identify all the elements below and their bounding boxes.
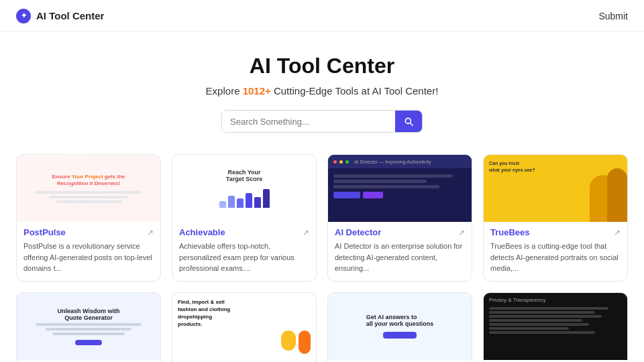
card-title-postpulse: PostPulse xyxy=(23,227,66,237)
card-description-achievable: Achievable offers top-notch, personalize… xyxy=(179,241,309,274)
submit-button[interactable]: Submit xyxy=(598,11,628,21)
hero-section: AI Tool Center Explore 1012+ Cutting-Edg… xyxy=(0,32,644,149)
search-button[interactable] xyxy=(395,111,422,132)
card-findr[interactable]: Get AI answers toall your work questions… xyxy=(327,292,472,363)
card-title-row-aidetector: AI Detector ↗ xyxy=(335,227,465,237)
page-title: AI Tool Center xyxy=(11,54,633,78)
card-body-achievable: Achievable ↗ Achievable offers top-notch… xyxy=(172,222,316,281)
card-body-truebees: TrueBees ↗ TrueBees is a cutting-edge to… xyxy=(484,222,627,281)
card-truebees[interactable]: Can you trustwhat your eyes see? TrueBee… xyxy=(483,154,628,282)
external-link-icon-postpulse[interactable]: ↗ xyxy=(147,228,154,237)
card-postpulse[interactable]: Ensure Your Project gets theRecognition … xyxy=(16,154,161,282)
cards-section: Ensure Your Project gets theRecognition … xyxy=(0,149,644,362)
search-input[interactable] xyxy=(222,111,395,132)
card-description-aidetector: AI Detector is an enterprise solution fo… xyxy=(335,241,465,274)
card-thumb-postpulse: Ensure Your Project gets theRecognition … xyxy=(17,155,160,222)
external-link-icon-truebees[interactable]: ↗ xyxy=(614,228,621,237)
card-thumb-quotegenai: Unleash Wisdom withQuote Generator xyxy=(17,293,160,360)
card-body-quotegenai: QuoteGenAI ↗ QuoteGenAI is a revolutiona… xyxy=(17,360,160,363)
card-thumb-achievable: Reach YourTarget Score xyxy=(172,155,316,222)
card-title-achievable: Achievable xyxy=(179,227,225,237)
card-aidetector[interactable]: AI Detector — Improving Authenticity AI … xyxy=(327,154,472,282)
card-achievable[interactable]: Reach YourTarget Score Achievable ↗ Achi… xyxy=(172,154,317,282)
subtitle-suffix: Cutting-Edge Tools at AI Tool Center! xyxy=(271,85,439,97)
cards-grid: Ensure Your Project gets theRecognition … xyxy=(16,154,628,362)
external-link-icon-aidetector[interactable]: ↗ xyxy=(458,228,465,237)
card-body-findr: Findr ↗ Findr is an AI assistant and ent… xyxy=(328,360,472,363)
tool-count: 1012+ xyxy=(243,85,271,97)
card-body-aidetector: AI Detector ↗ AI Detector is an enterpri… xyxy=(328,222,472,281)
card-description-postpulse: PostPulse is a revolutionary service off… xyxy=(23,241,154,274)
card-body-postpulse: PostPulse ↗ PostPulse is a revolutionary… xyxy=(17,222,160,281)
card-thumb-truebees: Can you trustwhat your eyes see? xyxy=(484,155,627,222)
search-icon xyxy=(403,116,414,127)
card-thumb-findr: Get AI answers toall your work questions xyxy=(328,293,472,360)
card-title-truebees: TrueBees xyxy=(490,227,530,237)
external-link-icon-achievable[interactable]: ↗ xyxy=(303,228,309,237)
card-quotegenai[interactable]: Unleash Wisdom withQuote Generator Quote… xyxy=(16,292,161,363)
card-title-aidetector: AI Detector xyxy=(335,227,381,237)
card-title-row-postpulse: PostPulse ↗ xyxy=(23,227,154,237)
logo[interactable]: ✦ AI Tool Center xyxy=(16,9,104,23)
navbar: ✦ AI Tool Center Submit xyxy=(0,0,644,32)
card-title-row-achievable: Achievable ↗ xyxy=(179,227,309,237)
hero-subtitle: Explore 1012+ Cutting-Edge Tools at AI T… xyxy=(11,85,633,97)
card-zelogicshirt[interactable]: Find, import & sellfashion and clothingd… xyxy=(172,292,317,363)
card-description-truebees: TrueBees is a cutting-edge tool that det… xyxy=(490,241,621,274)
subtitle-prefix: Explore xyxy=(206,85,243,97)
card-poemgenerator[interactable]: Privacy & Transparency PoemGenerator.io … xyxy=(483,292,628,363)
search-bar xyxy=(221,110,423,133)
card-body-zelogicshirt: Zelogic Shirt ↗ Zelogic Shirt offers tre… xyxy=(172,360,316,363)
logo-icon: ✦ xyxy=(16,9,31,23)
card-body-poemgenerator: PoemGenerator.io ↗ PoemGenerator.io is a… xyxy=(484,360,627,363)
logo-text: AI Tool Center xyxy=(36,10,104,21)
card-thumb-poemgenerator: Privacy & Transparency xyxy=(484,293,627,360)
card-thumb-aidetector: AI Detector — Improving Authenticity xyxy=(328,155,472,222)
card-title-row-truebees: TrueBees ↗ xyxy=(490,227,621,237)
card-thumb-zelogicshirt: Find, import & sellfashion and clothingd… xyxy=(172,293,316,360)
